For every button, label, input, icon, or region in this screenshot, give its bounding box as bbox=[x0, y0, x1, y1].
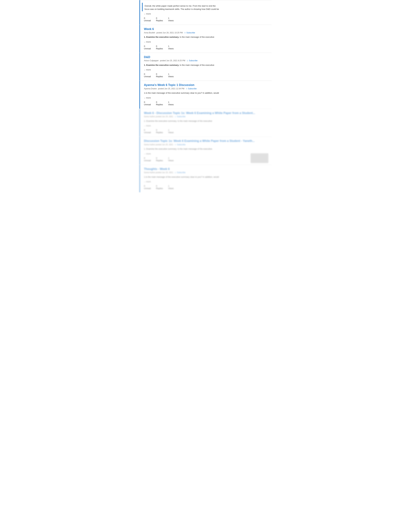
blurred-2-stats-row: 0 Unread 0 Replies 1 Views bbox=[142, 156, 271, 163]
dnd-content: 1. Examine the executive summary. Is the… bbox=[142, 64, 271, 67]
stat-replies: 0 Replies bbox=[156, 129, 163, 134]
week6-stats-row: 0 Unread 0 Replies 1 Views bbox=[142, 44, 271, 51]
week6-posted: posted Jun 28, 2021 10:25 PM bbox=[156, 32, 183, 34]
intro-post-text: Overall, the white paper made perfect se… bbox=[142, 3, 271, 11]
stat-unread: 0 Unread bbox=[144, 185, 151, 190]
stat-unread: 0 Unread bbox=[144, 129, 151, 134]
blurred-item-3: Thoughts - Week 6 Some Author posted Jun… bbox=[140, 165, 271, 193]
ayannas-posted: posted Jun 25, 2021 12:34 PM bbox=[158, 87, 184, 90]
stat-views: 1 Views bbox=[168, 157, 174, 162]
stat-unread: 0 Unread bbox=[144, 73, 151, 78]
star-icon: ☆ bbox=[187, 59, 188, 62]
chevron-down-icon: ⌄ bbox=[144, 97, 145, 99]
ayannas-more-link[interactable]: ⌄ more bbox=[142, 96, 151, 100]
blurred-2-author: Some Author posted Jun 25, 2021 bbox=[144, 143, 173, 146]
chevron-down-icon: ⌄ bbox=[144, 13, 145, 15]
ayannas-subscribe[interactable]: ☆ Subscribe bbox=[186, 87, 197, 90]
week6-title[interactable]: Week 6 bbox=[142, 28, 271, 31]
stat-replies: 0 Replies bbox=[156, 185, 163, 190]
stat-unread: 0 Unread bbox=[144, 101, 151, 106]
stat-unread: 0 Unread bbox=[144, 17, 151, 22]
star-icon: ☆ bbox=[184, 31, 186, 34]
blurred-2-subscribe: ☆ Subscribe bbox=[174, 143, 185, 146]
week6-more-link[interactable]: ⌄ more bbox=[142, 40, 151, 44]
stat-views: 1 Views bbox=[168, 185, 174, 190]
blurred-1-stats-row: 0 Unread 0 Replies 1 Views bbox=[142, 127, 271, 135]
blurred-2-more-link: ⌄ more bbox=[142, 152, 151, 156]
ayannas-item: Ayanna's Week 6 Topic 1 Discussion Ayann… bbox=[140, 81, 271, 109]
dnd-more-link[interactable]: ⌄ more bbox=[142, 68, 151, 72]
week6-subscribe[interactable]: ☆ Subscribe bbox=[184, 31, 195, 34]
blurred-item-2: Discussion Topic 1s: Week 6 Examining a … bbox=[140, 137, 271, 165]
blurred-1-subscribe: ☆ Subscribe bbox=[174, 115, 185, 118]
stat-views: 1 Views bbox=[168, 17, 174, 22]
stat-views: 1 Views bbox=[168, 129, 174, 134]
chevron-down-icon: ⌄ bbox=[144, 69, 145, 71]
week6-content: 1. Examine the executive summary. Is the… bbox=[142, 36, 271, 39]
stat-replies: 0 Replies bbox=[156, 157, 163, 162]
chevron-down-icon: ⌄ bbox=[144, 125, 145, 127]
blurred-item-1: Week 6 - Discussion Topic 1s: Week 6 Exa… bbox=[140, 109, 271, 137]
stat-unread: 0 Unread bbox=[144, 157, 151, 162]
stat-replies: 0 Replies bbox=[156, 73, 163, 78]
blurred-3-subscribe: ☆ Subscribe bbox=[174, 171, 185, 174]
intro-stats-row: 0 Unread 0 Replies 1 Views bbox=[142, 16, 271, 23]
stat-views: 1 Views bbox=[168, 45, 174, 50]
blurred-3-stats-row: 0 Unread 0 Replies 1 Views bbox=[142, 183, 271, 191]
blurred-2-meta: Some Author posted Jun 25, 2021 ☆ Subscr… bbox=[142, 143, 271, 146]
intro-more-link[interactable]: ⌄ more bbox=[142, 12, 151, 16]
blurred-3-content: 1.Is the main message of the executive s… bbox=[142, 175, 271, 179]
stat-replies: 0 Replies bbox=[156, 101, 163, 106]
ayannas-author: Ayanna Draine bbox=[144, 87, 157, 90]
dnd-item: D&D Arturo Culpepper posted Jun 25, 2021… bbox=[140, 53, 271, 81]
week6-item: Week 6 Anna Boufeh posted Jun 28, 2021 1… bbox=[140, 25, 271, 53]
blurred-1-content: 1. Examine the executive summary. Is the… bbox=[142, 119, 271, 123]
blurred-3-meta: Some Author posted Jun 25, 2021 ☆ Subscr… bbox=[142, 171, 271, 174]
ayannas-stats-row: 0 Unread 0 Replies 1 Views bbox=[142, 100, 271, 107]
stat-replies: 0 Replies bbox=[156, 17, 163, 22]
chevron-down-icon: ⌄ bbox=[144, 41, 145, 43]
blurred-3-author: Some Author posted Jun 25, 2021 bbox=[144, 171, 173, 174]
intro-post-item: Overall, the white paper made perfect se… bbox=[140, 0, 271, 25]
blurred-thumbnail bbox=[251, 153, 268, 163]
dnd-author: Arturo Culpepper bbox=[144, 59, 159, 62]
dnd-subscribe[interactable]: ☆ Subscribe bbox=[187, 59, 197, 62]
dnd-posted: posted Jun 25, 2021 8:25 PM bbox=[160, 59, 185, 62]
stat-replies: 0 Replies bbox=[156, 45, 163, 50]
blurred-1-more-link: ⌄ more bbox=[142, 124, 151, 127]
blurred-1-meta: Some Author posted Jun 25, 2021 ☆ Subscr… bbox=[142, 115, 271, 118]
stat-unread: 0 Unread bbox=[144, 45, 151, 50]
week6-meta: Anna Boufeh posted Jun 28, 2021 10:25 PM… bbox=[142, 31, 271, 34]
blurred-3-more-link: ⌄ more bbox=[142, 180, 151, 183]
blurred-1-author: Some Author posted Jun 25, 2021 bbox=[144, 115, 173, 118]
dnd-meta: Arturo Culpepper posted Jun 25, 2021 8:2… bbox=[142, 59, 271, 62]
week6-author: Anna Boufeh bbox=[144, 32, 155, 34]
blurred-1-title: Week 6 - Discussion Topic 1s: Week 6 Exa… bbox=[142, 111, 271, 115]
ayannas-meta: Ayanna Draine posted Jun 25, 2021 12:34 … bbox=[142, 87, 271, 90]
dnd-title[interactable]: D&D bbox=[142, 56, 271, 59]
stat-views: 1 Views bbox=[168, 73, 174, 78]
page-container: Overall, the white paper made perfect se… bbox=[140, 0, 271, 192]
blurred-2-content: 1. Examine the executive summary. Is the… bbox=[142, 147, 271, 151]
star-icon: ☆ bbox=[174, 171, 176, 174]
chevron-down-icon: ⌄ bbox=[144, 180, 145, 183]
ayannas-content: 1.Is the main message of the executive s… bbox=[142, 91, 271, 95]
star-icon: ☆ bbox=[174, 115, 176, 118]
blurred-2-title: Discussion Topic 1s: Week 6 Examining a … bbox=[142, 139, 271, 143]
dnd-stats-row: 0 Unread 0 Replies 1 Views bbox=[142, 72, 271, 79]
chevron-down-icon: ⌄ bbox=[144, 153, 145, 155]
star-icon: ☆ bbox=[174, 143, 176, 146]
blurred-3-title: Thoughts - Week 6 bbox=[142, 167, 271, 171]
stat-views: 1 Views bbox=[168, 101, 174, 106]
star-icon: ☆ bbox=[186, 87, 188, 90]
ayannas-title[interactable]: Ayanna's Week 6 Topic 1 Discussion bbox=[142, 83, 271, 87]
